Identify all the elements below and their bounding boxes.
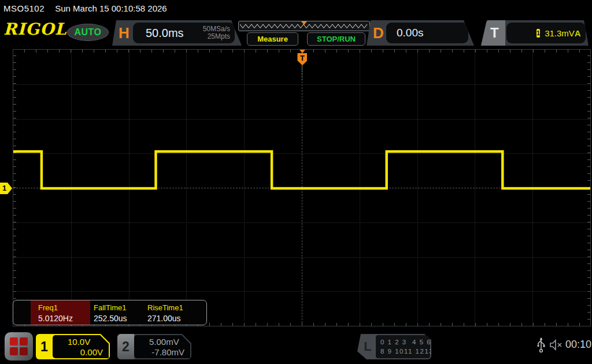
title-bar: MSO5102 Sun March 15 00:10:58 2026 [0, 0, 592, 17]
channel-1-button[interactable]: 1 10.0V 0.00V [36, 334, 110, 359]
ch1-scale: 10.0V [68, 337, 90, 347]
logic-label: L [361, 334, 375, 359]
delay-settings-button[interactable]: D 0.00s [367, 20, 474, 46]
red-grid-menu-icon[interactable] [5, 332, 33, 361]
timebase-value: 50.0ms [146, 27, 184, 40]
trigger-position-triangle-icon [299, 50, 305, 53]
sample-rate-memdepth: 50MSa/s 25Mpts [203, 25, 230, 40]
ch1-square-waveform [13, 50, 590, 326]
ch2-scale: 5.00mV [149, 337, 179, 347]
measurement-falltime1[interactable]: FallTime1 252.50us [94, 303, 127, 323]
rigol-logo: RIGOL [3, 20, 66, 39]
speaker-muted-icon [549, 339, 563, 353]
system-datetime: Sun March 15 00:10:58 2026 [55, 3, 166, 13]
trigger-settings-button[interactable]: T 1 31.3mV A [481, 20, 589, 46]
measurement-freq1[interactable]: Freq1 5.0120Hz [38, 303, 73, 323]
runtime-clock: 00:10 [565, 339, 591, 351]
ch1-number: 1 [36, 334, 53, 359]
logic-channels-row2: 8 9 1011 12131415 [380, 347, 430, 356]
trigger-position-line [302, 65, 302, 80]
ch1-ground-marker[interactable]: 1 [0, 183, 12, 194]
model-name: MSO5102 [3, 3, 45, 13]
trigger-t-marker[interactable]: T [297, 50, 308, 80]
delay-label: D [373, 24, 384, 42]
ch2-number: 2 [117, 334, 134, 359]
trigger-source-badge: 1 [536, 29, 540, 38]
trigger-label: T [490, 25, 499, 41]
preview-trigger-position-icon [301, 21, 307, 25]
usb-icon [536, 337, 546, 355]
trigger-level-value: 31.3mV [545, 28, 575, 38]
measure-button[interactable]: Measure [247, 32, 298, 46]
logic-channels-row1: 0 1 2 3 4 5 6 7 [380, 337, 430, 347]
waveform-display-area[interactable]: T [13, 49, 591, 326]
bottom-status-bar: 1 10.0V 0.00V 2 5.00mV -7.80mV L 0 1 2 3… [0, 329, 592, 364]
logic-analyzer-button[interactable]: L 0 1 2 3 4 5 6 7 8 9 1011 12131415 [357, 334, 431, 359]
header-bar: RIGOL AUTO H 50.0ms 50MSa/s 25Mpts Measu… [0, 17, 592, 49]
trigger-shield-icon: T [297, 53, 307, 65]
horizontal-label: H [119, 24, 130, 42]
trigger-mode-auto: A [575, 28, 581, 38]
delay-value: 0.00s [397, 27, 423, 39]
stop-run-button[interactable]: STOP/RUN [307, 32, 365, 46]
measurement-risetime1[interactable]: RiseTime1 271.00us [147, 303, 183, 323]
ch1-offset: 0.00V [53, 347, 109, 357]
trigger-status-badge: AUTO [67, 24, 109, 41]
ch2-offset: -7.80mV [134, 347, 190, 357]
measurement-results-panel[interactable]: Freq1 5.0120Hz FallTime1 252.50us RiseTi… [13, 300, 207, 325]
horizontal-settings-button[interactable]: H 50.0ms 50MSa/s 25Mpts [112, 20, 242, 46]
memory-waveform-preview[interactable] [238, 21, 370, 31]
channel-2-button[interactable]: 2 5.00mV -7.80mV [117, 334, 191, 359]
